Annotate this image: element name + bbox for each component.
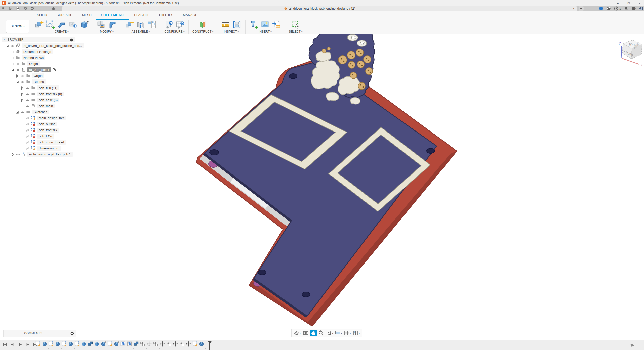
visibility-on-icon[interactable]	[20, 80, 25, 83]
timeline-feature-extrude-26[interactable]	[199, 341, 204, 347]
browser-row-label[interactable]: Document Settings	[22, 49, 53, 54]
expand-node-icon[interactable]	[11, 56, 14, 59]
timeline-feature-component-21[interactable]	[166, 341, 172, 347]
help-icon[interactable]: ?	[632, 6, 636, 11]
ribbon-group-label[interactable]: ASSEMBLE ▾	[132, 30, 150, 33]
browser-row-label[interactable]: ai_driven_lora_kiosk_pcb_outline_des...	[22, 43, 84, 48]
timeline-feature-sketch-12[interactable]	[107, 341, 113, 347]
visibility-on-icon[interactable]	[16, 68, 20, 71]
timeline-feature-sketch-3[interactable]	[48, 341, 54, 347]
ribbon-group-label[interactable]: CONFIGURE ▾	[165, 30, 185, 33]
browser-row-document-settings[interactable]: Document Settings	[2, 49, 75, 55]
collapse-panel-icon[interactable]: «	[4, 38, 6, 41]
dropdown-caret-icon[interactable]: ▾	[341, 332, 342, 334]
browser-row-main-design-tree[interactable]: main_design_tree	[2, 115, 75, 121]
timeline-feature-move-22[interactable]	[173, 341, 178, 347]
timeline-feature-extrude-13[interactable]	[114, 341, 119, 347]
redo-icon[interactable]	[31, 7, 34, 10]
ribbon-group-label[interactable]: INSPECT ▾	[224, 30, 239, 33]
timeline-feature-sketch-25[interactable]	[192, 341, 198, 347]
config-table-icon[interactable]	[176, 20, 185, 29]
modify-panel-icon[interactable]	[97, 20, 106, 29]
notifications-icon[interactable]	[624, 6, 628, 11]
insert-svg-icon[interactable]: SVG	[272, 20, 281, 29]
fillet-icon[interactable]	[108, 20, 117, 29]
convert-icon[interactable]	[68, 20, 77, 29]
tab-close-icon[interactable]: ×	[573, 6, 575, 11]
timeline-feature-move-24[interactable]	[186, 341, 191, 347]
browser-row-dimension-fix[interactable]: dimension_fix	[2, 145, 75, 151]
ribbon-group-label[interactable]: MODIFY ▾	[100, 30, 113, 33]
orbit-tool[interactable]: ▾	[293, 330, 301, 336]
new-component-icon[interactable]	[34, 20, 44, 29]
browser-panel-header[interactable]: « BROWSER	[2, 37, 75, 42]
comments-panel[interactable]: COMMENTS	[3, 330, 76, 337]
visibility-off-icon[interactable]	[25, 141, 30, 144]
timeline-feature-extrude-11[interactable]	[101, 341, 106, 347]
visibility-off-icon[interactable]	[25, 147, 30, 150]
browser-row-pcb-case-6-[interactable]: pcb_case (6)	[2, 97, 75, 103]
browser-row-label[interactable]: Named Views	[22, 55, 45, 60]
visibility-on-icon[interactable]	[16, 153, 20, 156]
file-menu-icon[interactable]	[9, 7, 13, 10]
job-status-icon[interactable]	[614, 6, 618, 11]
timeline-feature-extrude-10[interactable]	[94, 341, 100, 347]
dropdown-caret-icon[interactable]: ▾	[350, 332, 351, 334]
bodies-table-icon[interactable]	[147, 20, 156, 29]
ribbon-group-label[interactable]: SELECT ▾	[289, 30, 302, 33]
browser-row-pcb-main[interactable]: pcb_main	[2, 103, 75, 109]
close-button[interactable]: ×	[637, 1, 642, 5]
visibility-off-icon[interactable]	[16, 62, 20, 65]
browser-row-pcb-conn-thread[interactable]: pcb_conn_thread	[2, 139, 75, 145]
browser-row-ra-08h-pcb-1[interactable]: ra_08h_pcb:1	[2, 67, 75, 73]
create-sketch-icon[interactable]	[46, 20, 55, 29]
visibility-on-icon[interactable]	[25, 86, 30, 90]
browser-row-label[interactable]: pcb_frontsilk (8)	[37, 92, 64, 96]
display-settings-tool[interactable]: ▾	[334, 330, 343, 336]
timeline-feature-combine-9[interactable]	[88, 341, 93, 347]
zoom-tool[interactable]	[318, 330, 325, 336]
expand-node-icon[interactable]	[11, 153, 14, 156]
step-back-button[interactable]	[10, 342, 15, 347]
timeline-feature-move-18[interactable]	[146, 341, 152, 347]
go-to-start-button[interactable]	[3, 342, 7, 347]
timeline-feature-thread-14[interactable]	[120, 341, 126, 347]
visibility-on-icon[interactable]	[25, 104, 30, 108]
browser-row-label[interactable]: nicla_vision_rigid_flex_pcb:1	[27, 152, 73, 157]
visibility-on-icon[interactable]	[25, 98, 30, 102]
dropdown-caret-icon[interactable]: ▾	[359, 332, 360, 334]
ribbon-tab-surface[interactable]: SURFACE	[52, 11, 77, 20]
ribbon-group-label[interactable]: CREATE ▾	[55, 30, 69, 33]
ribbon-tab-utilities[interactable]: UTILITIES	[153, 11, 178, 20]
collapse-node-icon[interactable]	[16, 80, 19, 83]
ribbon-tab-mesh[interactable]: MESH	[77, 11, 96, 20]
visibility-off-icon[interactable]	[20, 74, 25, 77]
visibility-off-icon[interactable]	[25, 122, 30, 126]
workspace-selector[interactable]: DESIGN▾	[6, 20, 29, 33]
browser-row-label[interactable]: Origin	[32, 73, 44, 78]
app-grid-icon[interactable]	[2, 7, 5, 10]
browser-row-origin[interactable]: Origin	[2, 61, 75, 67]
view-cube[interactable]: TOP FRONT RIGHT Z X	[615, 38, 644, 70]
sync-upload-icon[interactable]	[599, 6, 603, 11]
browser-row-pcb-frontsilk[interactable]: pcb_frontsilk	[2, 127, 75, 133]
browser-row-label[interactable]: main_design_tree	[37, 116, 66, 120]
visibility-on-icon[interactable]	[10, 44, 15, 47]
browser-row-origin[interactable]: Origin	[2, 73, 75, 79]
play-button[interactable]	[18, 342, 22, 347]
expand-node-icon[interactable]	[11, 62, 14, 65]
pan-tool[interactable]	[310, 330, 317, 336]
remove-panel-icon[interactable]	[70, 38, 73, 41]
dropdown-caret-icon[interactable]: ▾	[332, 332, 333, 334]
flange-icon[interactable]	[57, 20, 66, 29]
browser-row-label[interactable]: pcb_frontsilk	[37, 128, 59, 133]
browser-row-label[interactable]: ra_08h_pcb:1	[27, 67, 51, 72]
ribbon-group-label[interactable]: CONSTRUCT ▾	[192, 30, 213, 33]
browser-row-pcb-fcu[interactable]: pcb_FCu	[2, 133, 75, 139]
section-icon[interactable]	[232, 20, 242, 29]
collapse-node-icon[interactable]	[11, 68, 14, 71]
collapse-node-icon[interactable]	[6, 44, 9, 47]
timeline-feature-sketch-1[interactable]	[35, 341, 41, 347]
dropdown-caret-icon[interactable]: ▾	[300, 332, 301, 334]
timeline-feature-thread-15[interactable]	[127, 341, 132, 347]
